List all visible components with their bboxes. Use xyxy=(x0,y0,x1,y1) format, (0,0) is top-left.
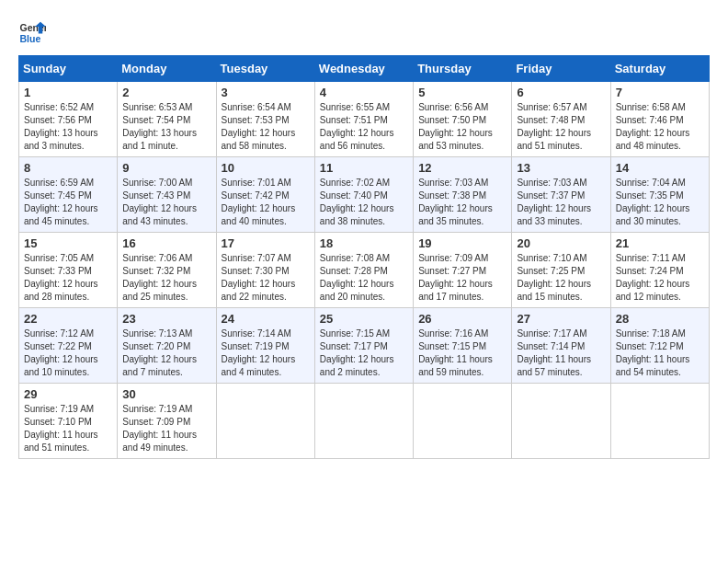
calendar-day: 5Sunrise: 6:56 AMSunset: 7:50 PMDaylight… xyxy=(414,82,512,157)
calendar-week-2: 15Sunrise: 7:05 AMSunset: 7:33 PMDayligh… xyxy=(19,233,710,308)
day-number: 2 xyxy=(122,86,210,99)
calendar-day: 17Sunrise: 7:07 AMSunset: 7:30 PMDayligh… xyxy=(216,233,314,308)
header-saturday: Saturday xyxy=(610,56,709,82)
calendar-day xyxy=(512,384,610,459)
day-info: Sunrise: 7:19 AMSunset: 7:09 PMDaylight:… xyxy=(122,403,210,454)
day-info: Sunrise: 7:07 AMSunset: 7:30 PMDaylight:… xyxy=(222,252,310,304)
calendar-day: 2Sunrise: 6:53 AMSunset: 7:54 PMDaylight… xyxy=(118,82,216,157)
day-number: 6 xyxy=(517,86,605,99)
day-number: 20 xyxy=(517,236,605,250)
page-header: General Blue xyxy=(18,18,710,46)
calendar-day: 9Sunrise: 7:00 AMSunset: 7:43 PMDaylight… xyxy=(118,157,216,233)
calendar-day: 8Sunrise: 6:59 AMSunset: 7:45 PMDaylight… xyxy=(19,157,118,233)
calendar-day: 24Sunrise: 7:14 AMSunset: 7:19 PMDayligh… xyxy=(216,308,314,384)
logo-icon: General Blue xyxy=(18,18,46,46)
calendar-day: 19Sunrise: 7:09 AMSunset: 7:27 PMDayligh… xyxy=(414,233,512,308)
day-number: 10 xyxy=(222,161,310,175)
calendar-table: SundayMondayTuesdayWednesdayThursdayFrid… xyxy=(18,55,710,459)
day-number: 28 xyxy=(616,312,704,326)
day-number: 23 xyxy=(122,312,210,326)
day-number: 13 xyxy=(517,161,605,175)
calendar-day: 14Sunrise: 7:04 AMSunset: 7:35 PMDayligh… xyxy=(610,157,709,233)
calendar-day: 12Sunrise: 7:03 AMSunset: 7:38 PMDayligh… xyxy=(414,157,512,233)
day-info: Sunrise: 6:57 AMSunset: 7:48 PMDaylight:… xyxy=(517,101,605,153)
calendar-day xyxy=(314,384,413,459)
calendar-day: 22Sunrise: 7:12 AMSunset: 7:22 PMDayligh… xyxy=(19,308,118,384)
day-info: Sunrise: 6:55 AMSunset: 7:51 PMDaylight:… xyxy=(320,101,408,153)
calendar-day: 11Sunrise: 7:02 AMSunset: 7:40 PMDayligh… xyxy=(314,157,413,233)
day-info: Sunrise: 7:17 AMSunset: 7:14 PMDaylight:… xyxy=(517,327,605,379)
header-tuesday: Tuesday xyxy=(216,56,314,82)
day-info: Sunrise: 7:19 AMSunset: 7:10 PMDaylight:… xyxy=(24,403,112,454)
calendar-day: 21Sunrise: 7:11 AMSunset: 7:24 PMDayligh… xyxy=(610,233,709,308)
header-row: SundayMondayTuesdayWednesdayThursdayFrid… xyxy=(19,56,710,82)
day-info: Sunrise: 6:52 AMSunset: 7:56 PMDaylight:… xyxy=(24,101,112,153)
day-info: Sunrise: 7:08 AMSunset: 7:28 PMDaylight:… xyxy=(320,252,408,304)
day-number: 27 xyxy=(517,312,605,326)
day-info: Sunrise: 7:12 AMSunset: 7:22 PMDaylight:… xyxy=(24,327,112,379)
calendar-week-1: 8Sunrise: 6:59 AMSunset: 7:45 PMDaylight… xyxy=(19,157,710,233)
day-info: Sunrise: 7:03 AMSunset: 7:38 PMDaylight:… xyxy=(418,177,506,228)
day-number: 8 xyxy=(24,161,112,175)
day-info: Sunrise: 6:54 AMSunset: 7:53 PMDaylight:… xyxy=(222,101,310,153)
calendar-day: 10Sunrise: 7:01 AMSunset: 7:42 PMDayligh… xyxy=(216,157,314,233)
calendar-week-0: 1Sunrise: 6:52 AMSunset: 7:56 PMDaylight… xyxy=(19,82,710,157)
day-number: 19 xyxy=(418,236,506,250)
calendar-day xyxy=(414,384,512,459)
day-number: 18 xyxy=(320,236,408,250)
day-number: 11 xyxy=(320,161,408,175)
day-number: 12 xyxy=(418,161,506,175)
day-number: 30 xyxy=(122,387,210,401)
day-number: 25 xyxy=(320,312,408,326)
logo: General Blue xyxy=(18,18,46,46)
calendar-week-4: 29Sunrise: 7:19 AMSunset: 7:10 PMDayligh… xyxy=(19,384,710,459)
day-number: 1 xyxy=(24,86,112,99)
calendar-day xyxy=(216,384,314,459)
day-number: 5 xyxy=(418,86,506,99)
day-number: 14 xyxy=(616,161,704,175)
day-number: 3 xyxy=(222,86,310,99)
day-info: Sunrise: 7:05 AMSunset: 7:33 PMDaylight:… xyxy=(24,252,112,304)
day-info: Sunrise: 6:58 AMSunset: 7:46 PMDaylight:… xyxy=(616,101,704,153)
day-info: Sunrise: 7:01 AMSunset: 7:42 PMDaylight:… xyxy=(222,177,310,228)
day-info: Sunrise: 7:16 AMSunset: 7:15 PMDaylight:… xyxy=(418,327,506,379)
calendar-day: 15Sunrise: 7:05 AMSunset: 7:33 PMDayligh… xyxy=(19,233,118,308)
day-info: Sunrise: 7:14 AMSunset: 7:19 PMDaylight:… xyxy=(222,327,310,379)
calendar-day: 13Sunrise: 7:03 AMSunset: 7:37 PMDayligh… xyxy=(512,157,610,233)
calendar-day: 26Sunrise: 7:16 AMSunset: 7:15 PMDayligh… xyxy=(414,308,512,384)
day-info: Sunrise: 7:09 AMSunset: 7:27 PMDaylight:… xyxy=(418,252,506,304)
header-friday: Friday xyxy=(512,56,610,82)
calendar-day: 18Sunrise: 7:08 AMSunset: 7:28 PMDayligh… xyxy=(314,233,413,308)
svg-text:Blue: Blue xyxy=(20,33,41,44)
day-info: Sunrise: 7:04 AMSunset: 7:35 PMDaylight:… xyxy=(616,177,704,228)
day-number: 15 xyxy=(24,236,112,250)
calendar-day: 28Sunrise: 7:18 AMSunset: 7:12 PMDayligh… xyxy=(610,308,709,384)
header-sunday: Sunday xyxy=(19,56,118,82)
day-number: 24 xyxy=(222,312,310,326)
header-wednesday: Wednesday xyxy=(314,56,413,82)
calendar-day: 30Sunrise: 7:19 AMSunset: 7:09 PMDayligh… xyxy=(118,384,216,459)
header-monday: Monday xyxy=(118,56,216,82)
day-info: Sunrise: 7:15 AMSunset: 7:17 PMDaylight:… xyxy=(320,327,408,379)
day-info: Sunrise: 7:10 AMSunset: 7:25 PMDaylight:… xyxy=(517,252,605,304)
calendar-day: 16Sunrise: 7:06 AMSunset: 7:32 PMDayligh… xyxy=(118,233,216,308)
calendar-day: 6Sunrise: 6:57 AMSunset: 7:48 PMDaylight… xyxy=(512,82,610,157)
calendar-week-3: 22Sunrise: 7:12 AMSunset: 7:22 PMDayligh… xyxy=(19,308,710,384)
day-info: Sunrise: 6:59 AMSunset: 7:45 PMDaylight:… xyxy=(24,177,112,228)
calendar-day: 3Sunrise: 6:54 AMSunset: 7:53 PMDaylight… xyxy=(216,82,314,157)
day-number: 21 xyxy=(616,236,704,250)
day-number: 7 xyxy=(616,86,704,99)
day-info: Sunrise: 6:53 AMSunset: 7:54 PMDaylight:… xyxy=(122,101,210,153)
day-number: 16 xyxy=(122,236,210,250)
day-info: Sunrise: 7:03 AMSunset: 7:37 PMDaylight:… xyxy=(517,177,605,228)
calendar-day: 1Sunrise: 6:52 AMSunset: 7:56 PMDaylight… xyxy=(19,82,118,157)
calendar-day xyxy=(610,384,709,459)
calendar-day: 25Sunrise: 7:15 AMSunset: 7:17 PMDayligh… xyxy=(314,308,413,384)
day-info: Sunrise: 7:02 AMSunset: 7:40 PMDaylight:… xyxy=(320,177,408,228)
day-number: 9 xyxy=(122,161,210,175)
header-thursday: Thursday xyxy=(414,56,512,82)
day-number: 26 xyxy=(418,312,506,326)
day-number: 17 xyxy=(222,236,310,250)
calendar-day: 7Sunrise: 6:58 AMSunset: 7:46 PMDaylight… xyxy=(610,82,709,157)
day-number: 29 xyxy=(24,387,112,401)
